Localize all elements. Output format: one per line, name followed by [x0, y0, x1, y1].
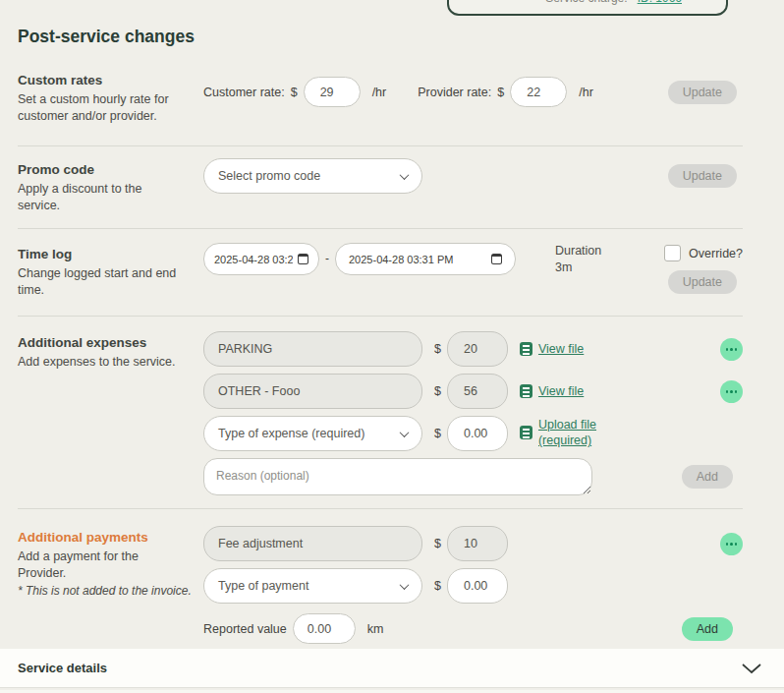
provider-per-hour-label: /hr	[579, 86, 593, 99]
payment-type-select[interactable]: Type of payment	[203, 568, 422, 604]
payment-currency-label: $	[434, 537, 441, 550]
page-title: Post-service changes	[18, 27, 784, 47]
payment-type-input[interactable]	[203, 526, 422, 561]
payment-type-select-value: Type of payment	[218, 579, 308, 593]
promo-code-select[interactable]: Select promo code	[203, 158, 422, 194]
customer-rate-label: Customer rate:	[203, 86, 285, 99]
post-service-changes-panel: Custom rates Set a custom hourly rate fo…	[18, 57, 743, 664]
start-datetime-value: 2025-04-28 03:28 PM	[214, 254, 293, 265]
expense-reason-row: Add	[203, 458, 743, 495]
expense-row: $ View file	[203, 374, 743, 409]
custom-rates-title: Custom rates	[18, 73, 203, 87]
new-payment-row: Type of payment $	[203, 568, 743, 604]
reported-value-row: Reported value km Add	[203, 613, 743, 644]
duration-value: 3m	[555, 260, 601, 276]
additional-expenses-section: Additional expenses Add expenses to the …	[18, 317, 743, 509]
expense-currency-label: $	[434, 427, 441, 440]
file-icon	[520, 426, 532, 439]
expense-menu-button[interactable]	[720, 338, 743, 361]
file-icon	[520, 342, 532, 356]
promo-code-section: Promo code Apply a discount to the servi…	[18, 146, 743, 229]
custom-rates-description: Set a custom hourly rate for customer an…	[18, 91, 187, 124]
new-payment-amount-input[interactable]	[447, 568, 508, 604]
customer-per-hour-label: /hr	[372, 86, 387, 99]
provider-rate-input[interactable]	[510, 77, 567, 107]
calendar-icon[interactable]	[491, 254, 502, 264]
reported-value-input[interactable]	[293, 613, 356, 644]
time-log-section: Time log Change logged start and end tim…	[18, 229, 743, 317]
new-expense-amount-input[interactable]	[447, 416, 508, 451]
calendar-icon[interactable]	[298, 254, 308, 264]
chevron-down-icon	[400, 170, 410, 180]
time-log-title: Time log	[18, 247, 203, 261]
chevron-down-icon	[400, 428, 410, 437]
payment-menu-button[interactable]	[720, 533, 743, 555]
promo-code-select-value: Select promo code	[218, 169, 320, 183]
service-charge-id-link[interactable]: ID: 1966	[638, 0, 682, 5]
payment-row: $	[203, 526, 743, 561]
expense-reason-textarea[interactable]	[203, 458, 592, 495]
custom-rates-section: Custom rates Set a custom hourly rate fo…	[18, 57, 743, 146]
time-log-update-button[interactable]: Update	[668, 270, 737, 294]
additional-payments-section: Additional payments Add a payment for th…	[18, 509, 743, 664]
provider-rate-label: Provider rate:	[418, 86, 491, 99]
override-checkbox[interactable]	[664, 245, 681, 261]
view-file-link[interactable]: View file	[538, 384, 584, 398]
expense-type-select-value: Type of expense (required)	[218, 427, 364, 440]
service-charge-box: Service charge: ID: 1966	[447, 0, 728, 16]
additional-expenses-description: Add expenses to the service.	[18, 354, 187, 371]
reported-value-label: Reported value	[203, 622, 287, 636]
expense-currency-label: $	[434, 342, 441, 356]
additional-payments-description: Add a payment for the Provider.	[18, 549, 187, 581]
expense-currency-label: $	[434, 384, 441, 398]
additional-expenses-title: Additional expenses	[18, 335, 203, 350]
expense-type-select[interactable]: Type of expense (required)	[203, 416, 422, 451]
reported-unit-label: km	[367, 622, 384, 636]
payment-currency-label: $	[434, 579, 441, 593]
time-log-description: Change logged start and end time.	[18, 265, 187, 298]
end-datetime-input[interactable]: 2025-04-28 03:31 PM	[335, 243, 516, 275]
customer-rate-input[interactable]	[304, 77, 361, 107]
upload-file-link[interactable]: Upload file (required)	[538, 418, 601, 448]
service-details-title: Service details	[18, 661, 107, 675]
service-charge-label: Service charge:	[545, 0, 627, 5]
chevron-down-icon	[400, 580, 410, 590]
end-datetime-value: 2025-04-28 03:31 PM	[349, 254, 453, 265]
expense-row: $ View file	[203, 331, 743, 367]
file-icon	[520, 384, 532, 398]
chevron-down-icon[interactable]	[741, 663, 762, 674]
provider-currency-label: $	[497, 86, 504, 99]
start-datetime-input[interactable]: 2025-04-28 03:28 PM	[203, 243, 319, 275]
expense-add-button[interactable]: Add	[682, 465, 733, 489]
payment-add-button[interactable]: Add	[682, 617, 733, 641]
promo-code-update-button[interactable]: Update	[668, 164, 737, 188]
additional-payments-title: Additional payments	[18, 530, 203, 545]
additional-payments-note: * This is not added to the invoice.	[18, 584, 193, 598]
expense-menu-button[interactable]	[720, 380, 743, 403]
payment-amount-input[interactable]	[447, 526, 508, 561]
expense-type-input[interactable]	[203, 331, 422, 367]
expense-type-input[interactable]	[203, 374, 422, 409]
date-range-separator: -	[325, 252, 329, 265]
expense-amount-input[interactable]	[447, 374, 508, 409]
customer-currency-label: $	[291, 86, 298, 99]
promo-code-title: Promo code	[18, 162, 203, 177]
promo-code-description: Apply a discount to the service.	[18, 181, 187, 213]
view-file-link[interactable]: View file	[538, 342, 584, 356]
service-details-bar[interactable]: Service details	[0, 649, 784, 688]
new-expense-row: Type of expense (required) $ Upload file…	[203, 416, 743, 451]
custom-rates-update-button[interactable]: Update	[668, 81, 737, 104]
override-label: Override?	[689, 247, 743, 260]
duration-label: Duration	[555, 243, 601, 260]
expense-amount-input[interactable]	[447, 331, 508, 367]
